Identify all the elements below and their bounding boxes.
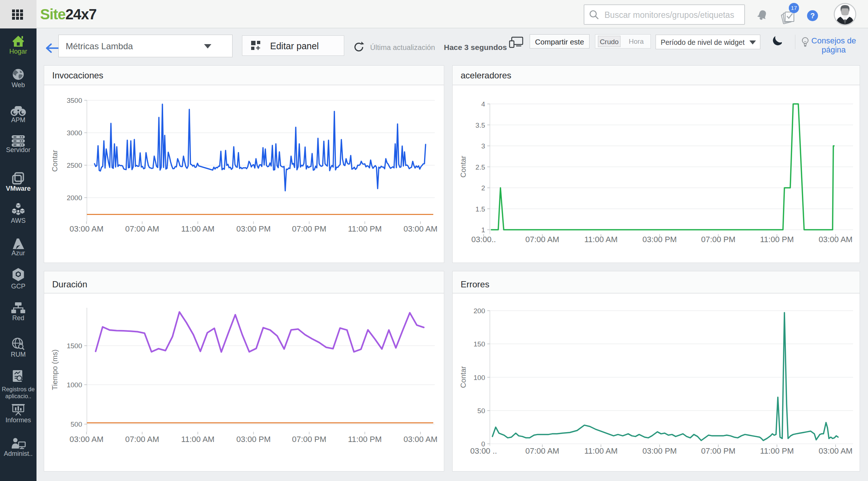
svg-text:2.5: 2.5 <box>476 163 485 171</box>
svg-text:03:00..: 03:00.. <box>471 235 496 244</box>
svg-text:03:00 ..: 03:00 .. <box>470 446 497 455</box>
svg-text:03:00 AM: 03:00 AM <box>819 235 853 244</box>
svg-text:Contar: Contar <box>459 366 467 388</box>
svg-text:07:00 AM: 07:00 AM <box>125 435 159 444</box>
svg-text:03:00 AM: 03:00 AM <box>70 435 104 444</box>
svg-text:07:00 AM: 07:00 AM <box>125 224 159 233</box>
svg-text:150: 150 <box>473 340 485 348</box>
svg-text:03:00 AM: 03:00 AM <box>819 446 853 455</box>
svg-text:03:00 PM: 03:00 PM <box>236 224 270 233</box>
svg-text:Contar: Contar <box>51 150 59 172</box>
svg-text:11:00 AM: 11:00 AM <box>181 224 214 233</box>
svg-text:1.5: 1.5 <box>476 205 485 213</box>
svg-text:11:00 PM: 11:00 PM <box>348 435 382 444</box>
svg-text:3.5: 3.5 <box>476 121 485 129</box>
svg-text:1500: 1500 <box>67 342 82 350</box>
svg-text:Contar: Contar <box>459 156 467 178</box>
svg-text:11:00 AM: 11:00 AM <box>181 435 214 444</box>
svg-text:3000: 3000 <box>67 129 82 137</box>
svg-text:2000: 2000 <box>67 194 82 202</box>
svg-text:11:00 PM: 11:00 PM <box>348 224 382 233</box>
svg-text:07:00 PM: 07:00 PM <box>292 435 326 444</box>
svg-text:50: 50 <box>477 407 485 415</box>
svg-text:2: 2 <box>481 184 485 192</box>
svg-text:1: 1 <box>481 226 485 234</box>
svg-text:03:00 AM: 03:00 AM <box>404 435 438 444</box>
svg-text:500: 500 <box>70 420 82 428</box>
svg-text:3500: 3500 <box>67 97 82 104</box>
svg-text:03:00 AM: 03:00 AM <box>404 224 438 233</box>
svg-text:4: 4 <box>481 100 485 108</box>
svg-text:200: 200 <box>473 307 485 315</box>
svg-text:11:00 PM: 11:00 PM <box>760 446 794 455</box>
svg-text:3: 3 <box>481 142 485 150</box>
svg-text:1000: 1000 <box>67 381 82 389</box>
svg-text:11:00 AM: 11:00 AM <box>584 446 618 455</box>
svg-text:03:00 PM: 03:00 PM <box>642 446 677 455</box>
svg-text:07:00 AM: 07:00 AM <box>525 235 559 244</box>
svg-text:11:00 PM: 11:00 PM <box>760 235 794 244</box>
svg-text:100: 100 <box>473 374 485 381</box>
svg-text:11:00 AM: 11:00 AM <box>584 235 618 244</box>
svg-text:03:00 PM: 03:00 PM <box>236 435 270 444</box>
svg-text:2500: 2500 <box>67 162 82 169</box>
svg-text:03:00 PM: 03:00 PM <box>642 235 677 244</box>
svg-text:07:00 PM: 07:00 PM <box>701 235 736 244</box>
svg-text:07:00 PM: 07:00 PM <box>292 224 326 233</box>
svg-text:07:00 PM: 07:00 PM <box>701 446 736 455</box>
svg-text:Tiempo (ms): Tiempo (ms) <box>51 349 59 390</box>
svg-text:03:00 AM: 03:00 AM <box>70 224 104 233</box>
svg-text:07:00 AM: 07:00 AM <box>525 446 559 455</box>
